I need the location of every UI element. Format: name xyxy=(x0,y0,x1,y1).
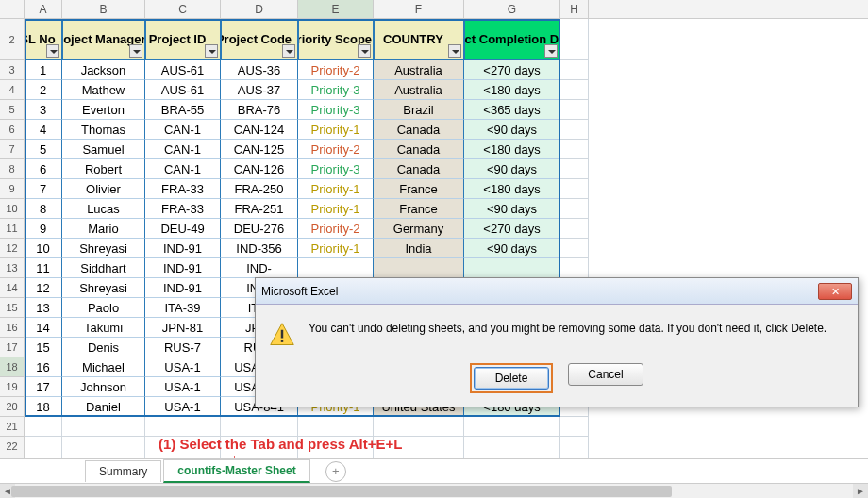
cell[interactable]: Canada xyxy=(374,140,464,159)
empty-cell[interactable] xyxy=(298,417,374,437)
row-number[interactable]: 14 xyxy=(0,278,25,298)
column-header-A[interactable]: A xyxy=(25,0,62,18)
column-header-F[interactable]: F xyxy=(374,0,464,18)
empty-cell[interactable] xyxy=(560,219,589,239)
cell[interactable]: ITA-39 xyxy=(145,298,221,318)
empty-cell[interactable] xyxy=(464,417,560,437)
dialog-titlebar[interactable]: Microsoft Excel ✕ xyxy=(256,278,858,305)
column-header-B[interactable]: B xyxy=(62,0,145,18)
cell[interactable]: Robert xyxy=(62,159,145,179)
empty-cell[interactable] xyxy=(464,437,560,456)
cell[interactable]: 17 xyxy=(25,377,62,397)
cell[interactable]: 13 xyxy=(25,298,62,318)
cell[interactable]: AUS-36 xyxy=(221,60,298,80)
header-sl-no[interactable]: SL No xyxy=(25,19,62,60)
cell[interactable]: Priority-2 xyxy=(298,140,374,159)
row-number[interactable]: 22 xyxy=(0,437,25,456)
cell[interactable]: CAN-124 xyxy=(221,120,298,140)
cell[interactable]: Priority-1 xyxy=(298,199,374,219)
empty-cell[interactable] xyxy=(560,437,589,456)
cell[interactable]: France xyxy=(374,179,464,199)
cell[interactable]: FRA-33 xyxy=(145,199,221,219)
cell[interactable]: Denis xyxy=(62,338,145,357)
cell[interactable]: <90 days xyxy=(464,199,560,219)
cell[interactable]: IND-91 xyxy=(145,258,221,278)
row-number[interactable]: 15 xyxy=(0,298,25,318)
sheet-tab-summary[interactable]: Summary xyxy=(85,460,161,482)
empty-cell[interactable] xyxy=(560,239,589,258)
cell[interactable]: 11 xyxy=(25,258,62,278)
row-number[interactable]: 8 xyxy=(0,159,25,179)
cell[interactable]: Lucas xyxy=(62,199,145,219)
cell[interactable]: <270 days xyxy=(464,219,560,239)
cell[interactable]: Mathew xyxy=(62,80,145,100)
header-project-id[interactable]: Project ID xyxy=(145,19,221,60)
cell[interactable]: Jackson xyxy=(62,60,145,80)
cell[interactable]: 10 xyxy=(25,239,62,258)
filter-icon[interactable] xyxy=(46,44,59,58)
cell[interactable]: CAN-125 xyxy=(221,140,298,159)
cell[interactable]: 9 xyxy=(25,219,62,239)
cell[interactable]: Shreyasi xyxy=(62,239,145,258)
cell[interactable]: DEU-49 xyxy=(145,219,221,239)
cell[interactable]: <270 days xyxy=(464,60,560,80)
cell[interactable]: 18 xyxy=(25,397,62,417)
row-number[interactable]: 10 xyxy=(0,199,25,219)
cell[interactable]: DEU-276 xyxy=(221,219,298,239)
cell[interactable] xyxy=(374,258,464,278)
column-header-G[interactable]: G xyxy=(464,0,560,18)
empty-cell[interactable] xyxy=(560,100,589,120)
cell[interactable]: Priority-3 xyxy=(298,159,374,179)
column-header-H[interactable]: H xyxy=(560,0,589,18)
row-number[interactable]: 16 xyxy=(0,318,25,338)
row-number[interactable]: 6 xyxy=(0,120,25,140)
cell[interactable]: 16 xyxy=(25,357,62,377)
cell[interactable]: 6 xyxy=(25,159,62,179)
cell[interactable]: India xyxy=(374,239,464,258)
cell[interactable]: Michael xyxy=(62,357,145,377)
cell[interactable]: Mario xyxy=(62,219,145,239)
header-priority-scope[interactable]: ↓Priority Scope xyxy=(298,19,374,60)
cell[interactable]: USA-1 xyxy=(145,357,221,377)
cell[interactable]: France xyxy=(374,199,464,219)
close-icon[interactable]: ✕ xyxy=(818,283,852,300)
cell[interactable]: <180 days xyxy=(464,179,560,199)
column-header-E[interactable]: E xyxy=(298,0,374,18)
header-project-code[interactable]: Project Code xyxy=(221,19,298,60)
empty-cell[interactable] xyxy=(560,159,589,179)
cell[interactable]: Everton xyxy=(62,100,145,120)
header-project-manager[interactable]: Project Manager xyxy=(62,19,145,60)
empty-cell[interactable] xyxy=(25,437,62,456)
cell[interactable]: Daniel xyxy=(62,397,145,417)
select-all-corner[interactable] xyxy=(0,0,25,18)
filter-icon[interactable] xyxy=(448,44,461,58)
column-header-C[interactable]: C xyxy=(145,0,221,18)
empty-cell[interactable] xyxy=(560,199,589,219)
row-number[interactable]: 11 xyxy=(0,219,25,239)
cell[interactable]: Paolo xyxy=(62,298,145,318)
cell[interactable]: FRA-33 xyxy=(145,179,221,199)
cell[interactable]: 1 xyxy=(25,60,62,80)
cell[interactable]: Olivier xyxy=(62,179,145,199)
cell[interactable]: Priority-2 xyxy=(298,219,374,239)
cell[interactable]: Priority-1 xyxy=(298,239,374,258)
row-number[interactable]: 18 xyxy=(0,357,25,377)
filter-icon[interactable] xyxy=(282,44,295,58)
cell[interactable]: Canada xyxy=(374,159,464,179)
row-number[interactable]: 20 xyxy=(0,397,25,417)
empty-cell[interactable] xyxy=(221,417,298,437)
cell[interactable]: JPN-81 xyxy=(145,318,221,338)
empty-cell[interactable] xyxy=(560,258,589,278)
cell[interactable]: USA-1 xyxy=(145,397,221,417)
column-header-D[interactable]: D xyxy=(221,0,298,18)
cell[interactable]: Takumi xyxy=(62,318,145,338)
cell[interactable]: 14 xyxy=(25,318,62,338)
cell[interactable]: AUS-61 xyxy=(145,80,221,100)
cell[interactable]: Canada xyxy=(374,120,464,140)
cell[interactable]: Priority-1 xyxy=(298,120,374,140)
cell[interactable]: <90 days xyxy=(464,159,560,179)
cell[interactable]: <90 days xyxy=(464,239,560,258)
cell[interactable]: Siddhart xyxy=(62,258,145,278)
cell[interactable] xyxy=(298,258,374,278)
cancel-button[interactable]: Cancel xyxy=(568,363,643,386)
